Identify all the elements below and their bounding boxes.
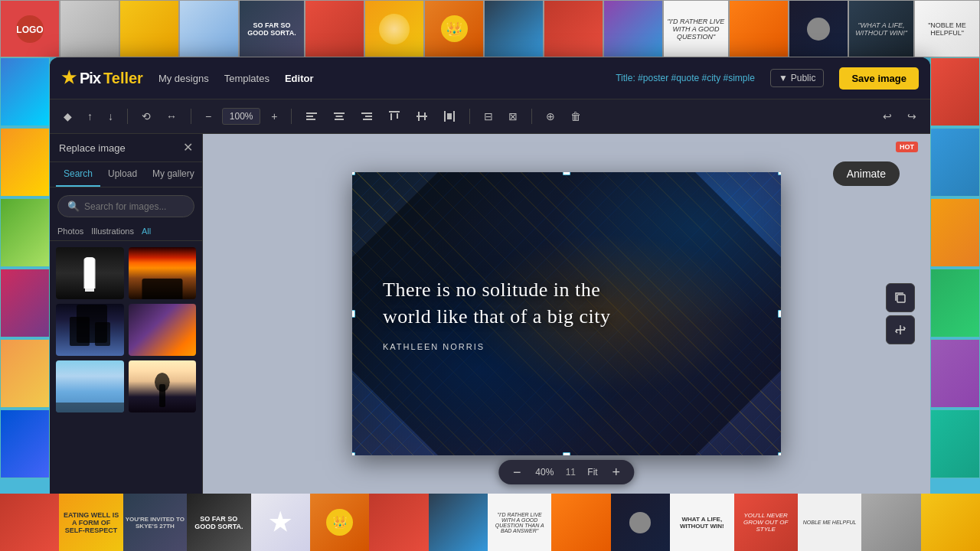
- bottom-banner-7: [369, 494, 428, 551]
- svg-rect-9: [365, 116, 372, 117]
- chevron-down-icon: ▼: [779, 73, 788, 83]
- svg-rect-10: [363, 119, 372, 120]
- svg-rect-5: [334, 112, 345, 114]
- banner-img-6: [364, 0, 424, 57]
- banner-img-15: "NOBLE ME HELPFUL": [914, 0, 980, 57]
- svg-rect-7: [335, 119, 344, 120]
- zoom-decrease-button[interactable]: −: [508, 463, 526, 481]
- add-frame-button[interactable]: ⊕: [541, 107, 560, 126]
- svg-rect-3: [306, 116, 313, 117]
- mirror-h-button[interactable]: ⊟: [479, 107, 498, 126]
- banner-img-8: [484, 0, 544, 57]
- distribute-button[interactable]: [439, 107, 460, 126]
- save-image-button[interactable]: Save image: [839, 67, 919, 90]
- zoom-bar: − 40% 11 Fit +: [498, 460, 634, 484]
- move-down-button[interactable]: ↓: [103, 107, 118, 126]
- banner-img-5: [305, 0, 364, 57]
- panel-header: Replace image ✕: [50, 134, 202, 162]
- side-img-5: [0, 339, 50, 408]
- canvas-copy-button[interactable]: [886, 283, 915, 312]
- shape-tool-button[interactable]: ◆: [59, 107, 77, 126]
- toolbar-divider-1: [127, 109, 128, 124]
- logo-area: ★ Pix Teller: [61, 68, 143, 88]
- svg-rect-12: [390, 113, 392, 120]
- svg-rect-2: [306, 112, 317, 114]
- close-panel-button[interactable]: ✕: [183, 142, 193, 154]
- svg-rect-13: [397, 113, 398, 119]
- filter-all[interactable]: All: [142, 227, 151, 236]
- banner-logo: LOGO: [0, 0, 60, 57]
- undo-button[interactable]: ↩: [878, 107, 897, 126]
- canvas-resize-button[interactable]: [886, 315, 915, 344]
- bottom-banner-images: EATING WELL IS A FORM OF SELF-RESPECT YO…: [0, 494, 980, 551]
- align-middle-button[interactable]: [411, 107, 433, 126]
- bottom-banner-10: [551, 494, 610, 551]
- toolbar-divider-5: [531, 109, 532, 124]
- animate-label: Animate: [847, 168, 886, 180]
- top-banner-images: LOGO SO FAR SO GOOD SORTA. 👑 "I'D RATHER…: [0, 0, 980, 57]
- side-img-6: [0, 409, 50, 478]
- search-area: 🔍: [50, 187, 202, 222]
- align-left-button[interactable]: [301, 107, 322, 126]
- logo-star-icon: ★: [61, 68, 77, 88]
- banner-img-3: [179, 0, 239, 57]
- zoom-out-button[interactable]: −: [201, 107, 216, 126]
- align-top-button[interactable]: [384, 107, 405, 126]
- filter-photos[interactable]: Photos: [57, 227, 83, 236]
- canvas-text-content: There is no solitude in the world like t…: [352, 172, 781, 455]
- svg-rect-17: [444, 111, 446, 122]
- grid-image-6[interactable]: [129, 360, 197, 412]
- hot-badge: HOT: [896, 142, 918, 152]
- search-input[interactable]: [84, 201, 185, 212]
- rotate-button[interactable]: ⟲: [137, 107, 155, 126]
- filter-links: Photos Illustrations All: [50, 222, 202, 241]
- grid-image-3[interactable]: [56, 304, 124, 356]
- banner-img-1: [60, 0, 119, 57]
- side-img-1: [0, 57, 50, 126]
- grid-image-1[interactable]: [56, 247, 124, 299]
- svg-rect-16: [424, 112, 426, 120]
- zoom-increase-button[interactable]: +: [607, 463, 626, 481]
- mirror-v-button[interactable]: ⊠: [504, 107, 522, 126]
- top-banner: LOGO SO FAR SO GOOD SORTA. 👑 "I'D RATHER…: [0, 0, 980, 57]
- visibility-label: Public: [791, 73, 816, 83]
- right-side-img-6: [930, 409, 980, 478]
- move-up-button[interactable]: ↑: [83, 107, 97, 126]
- design-canvas[interactable]: There is no solitude in the world like t…: [352, 172, 781, 455]
- align-right-button[interactable]: [356, 107, 377, 126]
- nav-links: My designs Templates Editor: [158, 73, 600, 84]
- grid-image-4[interactable]: [129, 304, 197, 356]
- zoom-in-button[interactable]: +: [266, 107, 282, 126]
- tab-search[interactable]: Search: [56, 162, 100, 187]
- tab-upload[interactable]: Upload: [100, 162, 145, 187]
- logo-pix: Pix: [80, 70, 100, 87]
- side-img-3: [0, 198, 50, 267]
- toolbar-divider-4: [469, 109, 470, 124]
- panel-title: Replace image: [59, 142, 126, 154]
- right-side-img-5: [930, 339, 980, 408]
- align-center-button[interactable]: [328, 107, 350, 126]
- svg-rect-18: [453, 111, 455, 122]
- tab-my-gallery[interactable]: My gallery: [145, 162, 202, 187]
- banner-img-12: [729, 0, 789, 57]
- delete-button[interactable]: 🗑: [566, 107, 586, 126]
- zoom-fit-button[interactable]: Fit: [583, 465, 602, 479]
- nav-my-designs[interactable]: My designs: [158, 73, 209, 84]
- zoom-value: 40%: [531, 467, 558, 478]
- flip-button[interactable]: ↔: [162, 107, 181, 126]
- right-side-decoration: [930, 57, 980, 494]
- banner-img-7: 👑: [424, 0, 484, 57]
- bottom-banner-8: [429, 494, 488, 551]
- banner-img-14: "WHAT A LIFE, WITHOUT WIN!": [848, 0, 914, 57]
- nav-editor[interactable]: Editor: [285, 73, 314, 84]
- animate-button[interactable]: Animate: [833, 161, 900, 186]
- redo-button[interactable]: ↪: [903, 107, 921, 126]
- banner-img-11: "I'D RATHER LIVE WITH A GOOD QUESTION": [663, 0, 729, 57]
- visibility-button[interactable]: ▼ Public: [770, 69, 825, 87]
- grid-image-5[interactable]: [56, 360, 124, 412]
- grid-image-2[interactable]: [129, 247, 197, 299]
- side-img-4: [0, 269, 50, 337]
- filter-illustrations[interactable]: Illustrations: [91, 227, 134, 236]
- nav-templates[interactable]: Templates: [224, 73, 270, 84]
- replace-image-panel: Replace image ✕ Search Upload My gallery…: [50, 134, 203, 494]
